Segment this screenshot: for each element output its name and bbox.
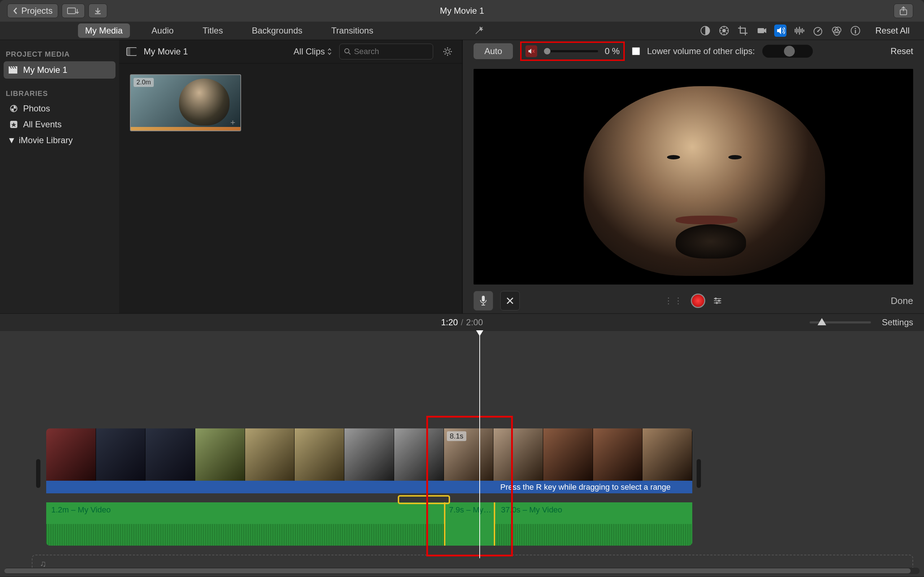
svg-point-7 [817,31,819,32]
svg-rect-13 [855,30,856,34]
tab-titles[interactable]: Titles [195,23,230,38]
browser-settings-icon[interactable] [440,44,455,59]
reset-all-button[interactable]: Reset All [875,26,909,36]
search-icon [344,48,351,55]
photos-label: Photos [23,103,50,114]
lower-volume-checkbox[interactable] [632,47,640,55]
library-all-events[interactable]: All Events [3,116,115,132]
svg-rect-21 [482,296,485,301]
sidebar-toggle-icon[interactable] [126,47,136,56]
microphone-icon [478,295,488,306]
tab-audio[interactable]: Audio [144,23,181,38]
zoom-knob[interactable] [817,318,826,325]
tab-my-media[interactable]: My Media [78,23,130,38]
search-input[interactable] [339,44,433,60]
project-name: My Movie 1 [23,65,68,75]
annotation-highlight [426,416,513,556]
projects-label: Projects [21,6,53,16]
media-clip-thumbnail[interactable]: 2.0m ＋ [130,74,241,131]
audio-track[interactable]: 1.2m – My Video 7.9s – My… 37.0s – My Vi… [46,502,692,546]
library-photos[interactable]: Photos [3,101,115,116]
volume-percent: 0 % [604,46,619,56]
color-balance-icon[interactable] [699,24,711,37]
playhead-time: 1:20/2:00 [441,318,483,327]
section-project-media: PROJECT MEDIA [6,50,113,58]
photos-icon [9,103,19,114]
clips-filter-dropdown[interactable]: All Clips [294,47,332,56]
slider-knob[interactable] [544,48,551,55]
filter-label: All Clips [294,47,325,56]
zoom-slider[interactable] [809,321,871,324]
clip-handle-left[interactable] [36,459,40,488]
projects-back-button[interactable]: Projects [7,3,58,18]
drag-handle-icon[interactable]: ⋮⋮ [664,296,683,306]
disclosure-triangle-icon: ▼ [9,135,15,145]
project-item[interactable]: My Movie 1 [3,61,115,79]
title-track[interactable]: Press the R key while dragging to select… [46,481,692,493]
clip-duration-badge: 2.0m [134,78,154,87]
add-clip-icon[interactable]: ＋ [229,117,237,128]
tab-backgrounds[interactable]: Backgrounds [245,23,310,38]
clip-filter-icon[interactable] [830,24,843,37]
reset-volume-button[interactable]: Reset [890,46,913,56]
mute-icon [527,47,535,55]
audio-clip1-label: 1.2m – My Video [46,502,692,517]
window-title: My Movie 1 [440,6,485,16]
imovie-library-label: iMovie Library [19,135,73,145]
enhance-magic-icon[interactable] [473,24,485,37]
mute-button[interactable] [525,45,538,57]
toggle-knob[interactable] [784,46,795,56]
audio-waveform [46,524,692,546]
sidebar: PROJECT MEDIA My Movie 1 LIBRARIES Photo… [0,40,119,313]
voiceover-options-icon[interactable] [712,297,723,305]
svg-rect-14 [9,69,17,74]
video-preview[interactable] [473,69,913,285]
svg-point-4 [722,29,726,32]
music-note-icon: ♫ [40,559,46,569]
lower-volume-toggle[interactable] [762,45,813,58]
volume-slider[interactable] [544,50,598,52]
star-icon [9,119,19,129]
svg-point-24 [716,302,718,304]
lower-volume-label: Lower volume of other clips: [647,46,755,56]
done-button[interactable]: Done [891,295,913,306]
voiceover-cancel-button[interactable] [500,291,520,311]
video-track[interactable] [46,429,692,481]
updown-icon [327,48,332,56]
media-import-button[interactable] [62,3,85,18]
clip-handle-right[interactable] [696,459,701,488]
volume-highlight: 0 % [520,42,624,61]
record-button[interactable] [691,293,705,308]
info-icon[interactable] [849,24,861,37]
svg-point-19 [345,49,349,53]
search-field[interactable] [354,47,428,56]
media-browser: My Movie 1 All Clips 2.0m ＋ [119,40,462,313]
svg-rect-5 [758,28,764,33]
volume-icon[interactable] [774,24,787,37]
svg-rect-18 [127,48,130,56]
playhead[interactable] [479,331,480,558]
range-hint-text: Press the R key while dragging to select… [500,482,670,492]
library-imovie[interactable]: ▼ iMovie Library [3,132,115,148]
voiceover-mic-button[interactable] [473,291,493,311]
tab-transitions[interactable]: Transitions [324,23,380,38]
all-events-label: All Events [23,119,62,129]
noise-reduction-icon[interactable] [793,24,805,37]
timeline-settings-button[interactable]: Settings [882,318,913,327]
share-button[interactable] [894,3,913,18]
speed-icon[interactable] [812,24,824,37]
svg-point-12 [855,28,856,29]
color-correction-icon[interactable] [718,24,730,37]
auto-volume-button[interactable]: Auto [473,43,513,59]
close-icon [506,297,514,305]
svg-point-22 [715,298,717,300]
crop-icon[interactable] [737,24,749,37]
browser-title: My Movie 1 [144,47,188,56]
timeline[interactable]: 8.1s Press the R key while dragging to s… [0,331,924,576]
section-libraries: LIBRARIES [6,89,113,98]
horizontal-scrollbar[interactable] [4,567,920,574]
scrollbar-thumb[interactable] [4,568,911,574]
import-download-button[interactable] [89,3,107,18]
stabilization-icon[interactable] [756,24,768,37]
svg-rect-0 [68,8,76,14]
